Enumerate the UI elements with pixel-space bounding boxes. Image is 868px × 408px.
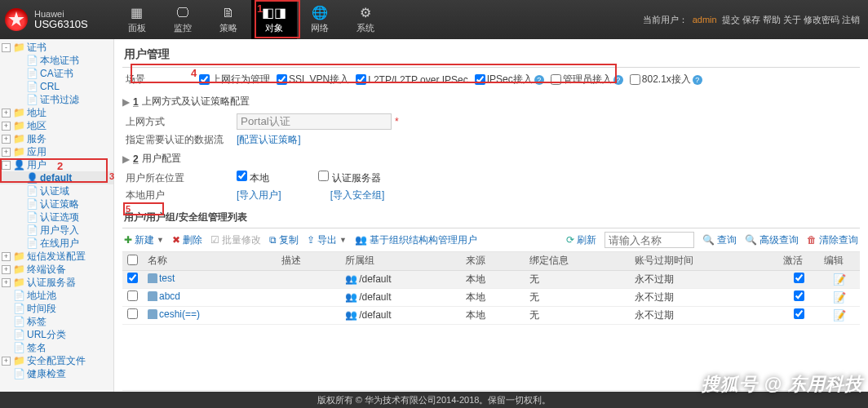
toplink-关于[interactable]: 关于 <box>783 15 801 24</box>
advanced-search-button[interactable]: 🔍高级查询 <box>745 233 799 247</box>
sidebar-item-健康检查[interactable]: 📄健康检查 <box>0 367 113 380</box>
user-name[interactable]: abcd <box>159 290 180 302</box>
huawei-logo-icon <box>5 8 28 31</box>
sidebar-item-证书过滤[interactable]: 📄证书过滤 <box>0 93 113 106</box>
row-checkbox[interactable] <box>127 308 138 319</box>
sidebar-item-CA证书[interactable]: 📄CA证书 <box>0 67 113 80</box>
section-2-header[interactable]: ▶2 用户配置 <box>122 149 860 169</box>
doc-icon: 📄 <box>13 369 24 379</box>
toplink-修改密码[interactable]: 修改密码 <box>804 15 839 24</box>
device-model: USG6310S <box>34 19 88 30</box>
sidebar-item-认证策略[interactable]: 📄认证策略 <box>0 197 113 211</box>
table-row[interactable]: abcd👥 /default本地无永不过期📝 <box>122 288 860 306</box>
toplink-注销[interactable]: 注销 <box>842 15 860 24</box>
sidebar-item-认证域[interactable]: 📄认证域 <box>0 184 113 197</box>
sidebar-item-用户导入[interactable]: 📄用户导入 <box>0 224 113 237</box>
search-button[interactable]: 🔍查询 <box>702 233 737 247</box>
user-name[interactable]: test <box>159 273 175 284</box>
doc-icon: 📄 <box>26 55 38 65</box>
copy-button[interactable]: ⧉复制 <box>269 233 299 247</box>
sidebar-item-证书[interactable]: -📁证书 <box>0 41 113 54</box>
col-编辑[interactable]: 编辑 <box>819 252 860 270</box>
user-name[interactable]: ceshi(==) <box>159 308 200 320</box>
toolbar: ✚新建▼ ✖删除 ☑批量修改 ⧉复制 ⇪导出▼ 👥基于组织结构构管理用户 ⟳刷新… <box>122 228 860 252</box>
sidebar-item-服务[interactable]: +📁服务 <box>0 132 113 145</box>
delete-button[interactable]: ✖删除 <box>172 233 202 247</box>
section-1-header[interactable]: ▶1 上网方式及认证策略配置 <box>122 91 860 112</box>
user-icon: 👤 <box>13 160 24 170</box>
config-policy-link[interactable]: [配置认证策略] <box>237 133 301 147</box>
edit-icon[interactable]: 📝 <box>833 309 846 322</box>
scene-SSL VPN接入[interactable]: SSL VPN接入 <box>277 73 349 86</box>
col-所属组[interactable]: 所属组 <box>340 252 461 270</box>
import-group-link[interactable]: [导入安全组] <box>330 188 385 202</box>
nav-监控[interactable]: 🖵监控 <box>160 0 206 39</box>
refresh-button[interactable]: ⟳刷新 <box>566 233 596 247</box>
col-来源[interactable]: 来源 <box>461 252 525 270</box>
sidebar-item-安全配置文件[interactable]: +📁安全配置文件 <box>0 354 113 367</box>
col-账号过期时间[interactable]: 账号过期时间 <box>630 252 778 270</box>
sidebar-item-在线用户[interactable]: 📄在线用户 <box>0 237 113 250</box>
scene-802.1x接入[interactable]: 802.1x接入? <box>630 73 702 86</box>
nav-策略[interactable]: 🗎策略 <box>206 0 251 39</box>
sidebar-item-短信发送配置[interactable]: +📁短信发送配置 <box>0 250 113 263</box>
sidebar-item-地址池[interactable]: 📄地址池 <box>0 289 113 302</box>
new-button[interactable]: ✚新建▼ <box>124 233 164 247</box>
clear-search-button[interactable]: 🗑清除查询 <box>807 233 858 247</box>
nav-网络[interactable]: 🌐网络 <box>297 0 343 39</box>
sidebar-item-时间段[interactable]: 📄时间段 <box>0 302 113 315</box>
toplink-帮助[interactable]: 帮助 <box>763 15 781 24</box>
sidebar-item-认证选项[interactable]: 📄认证选项 <box>0 211 113 224</box>
sidebar-item-地区[interactable]: +📁地区 <box>0 119 113 132</box>
active-checkbox[interactable] <box>794 290 804 301</box>
help-icon[interactable]: ? <box>693 75 702 85</box>
toplink-保存[interactable]: 保存 <box>742 15 760 24</box>
nav-面板[interactable]: ▦面板 <box>114 0 160 39</box>
nav-对象[interactable]: ◧◨对象 <box>251 0 297 39</box>
help-icon[interactable]: ? <box>613 75 623 85</box>
table-row[interactable]: ceshi(==)👥 /default本地无永不过期📝 <box>122 306 860 324</box>
scene-L2TP/L2TP over IPSec[interactable]: L2TP/L2TP over IPSec <box>356 74 468 86</box>
active-checkbox[interactable] <box>794 308 804 319</box>
location-local-checkbox[interactable]: 本地 <box>237 171 269 185</box>
footer: 版权所有 © 华为技术有限公司2014-2018。保留一切权利。 <box>0 392 868 408</box>
col-激活[interactable]: 激活 <box>778 252 819 270</box>
import-user-link[interactable]: [导入用户] <box>237 188 281 202</box>
user-list-title: 用户/用户组/安全组管理列表 <box>122 207 860 228</box>
row-checkbox[interactable] <box>127 290 138 301</box>
export-button[interactable]: ⇪导出▼ <box>307 233 347 247</box>
sidebar-item-应用[interactable]: +📁应用 <box>0 145 113 158</box>
sidebar-item-地址[interactable]: +📁地址 <box>0 106 113 119</box>
scene-上网行为管理[interactable]: 上网行为管理 <box>199 73 270 86</box>
scene-IPSec接入[interactable]: IPSec接入? <box>475 73 544 86</box>
col-名称[interactable]: 名称 <box>143 252 277 270</box>
sidebar-item-终端设备[interactable]: +📁终端设备 <box>0 263 113 276</box>
sidebar-item-本地证书[interactable]: 📄本地证书 <box>0 54 113 67</box>
edit-icon[interactable]: 📝 <box>833 273 846 286</box>
folder-icon: 📁 <box>13 121 24 131</box>
table-row[interactable]: test👥 /default本地无永不过期📝 <box>122 270 860 288</box>
user-icon <box>148 273 157 283</box>
search-input[interactable] <box>604 232 694 248</box>
scene-管理员接入[interactable]: 管理员接入? <box>551 73 623 86</box>
sidebar-item-标签[interactable]: 📄标签 <box>0 315 113 328</box>
sidebar-item-签名[interactable]: 📄签名 <box>0 341 113 354</box>
sidebar-item-URL分类[interactable]: 📄URL分类 <box>0 328 113 341</box>
toplink-提交[interactable]: 提交 <box>722 15 740 24</box>
sidebar-item-用户[interactable]: -👤用户 <box>0 158 113 171</box>
col-绑定信息[interactable]: 绑定信息 <box>525 252 631 270</box>
auth-mode-input[interactable] <box>237 113 392 130</box>
col-描述[interactable]: 描述 <box>277 252 340 270</box>
nav-系统[interactable]: ⚙系统 <box>343 0 388 39</box>
active-checkbox[interactable] <box>794 273 804 283</box>
sidebar-item-default[interactable]: 👤default <box>0 171 113 184</box>
sidebar-item-认证服务器[interactable]: +📁认证服务器 <box>0 276 113 289</box>
edit-icon[interactable]: 📝 <box>833 291 846 304</box>
col-check[interactable] <box>122 252 143 270</box>
row-checkbox[interactable] <box>127 273 138 283</box>
folder-icon: 📁 <box>13 277 24 287</box>
location-authserver-checkbox[interactable]: 认证服务器 <box>318 171 380 185</box>
sidebar-item-CRL[interactable]: 📄CRL <box>0 80 113 93</box>
org-manage-button[interactable]: 👥基于组织结构构管理用户 <box>355 233 477 247</box>
help-icon[interactable]: ? <box>534 75 544 85</box>
